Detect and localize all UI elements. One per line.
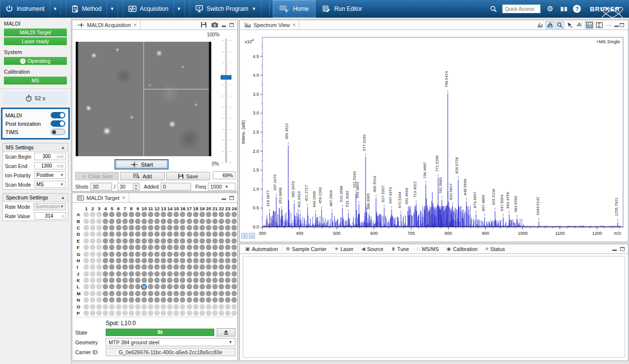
well-E3[interactable] [96,238,102,244]
well-D14[interactable] [167,231,173,237]
well-F7[interactable] [122,244,128,251]
well-D20[interactable] [205,231,212,237]
well-M16[interactable] [179,290,186,297]
well-L7[interactable] [122,283,128,290]
well-B13[interactable] [160,218,167,224]
well-A2[interactable] [89,211,96,218]
well-I3[interactable] [96,264,102,270]
switch-program-menu[interactable]: Switch Program ▼ [190,0,261,18]
well-J1[interactable] [83,271,89,277]
well-L2[interactable] [89,283,96,290]
well-O5[interactable] [109,303,115,309]
well-L20[interactable] [205,283,212,290]
tab-home[interactable]: Home [273,0,315,18]
well-A3[interactable] [96,211,102,218]
well-H4[interactable] [102,257,109,264]
geometry-select[interactable]: MTP 384 ground steel ▼ [106,338,235,346]
scan-mode-select[interactable]: MS▼ [34,181,66,188]
well-D22[interactable] [218,231,225,237]
well-H8[interactable] [128,257,135,264]
well-C15[interactable] [173,224,179,231]
well-K6[interactable] [115,277,121,283]
well-P2[interactable] [89,310,96,316]
well-C9[interactable] [135,224,141,231]
well-M18[interactable] [193,290,199,297]
well-H18[interactable] [193,257,199,264]
well-B15[interactable] [173,218,179,224]
well-K20[interactable] [205,277,212,283]
well-H14[interactable] [167,257,173,264]
well-O24[interactable] [231,303,237,309]
well-L24[interactable] [231,283,237,290]
well-O6[interactable] [115,303,121,309]
well-C2[interactable] [89,224,96,231]
well-J4[interactable] [102,271,109,277]
well-L9[interactable] [135,283,141,290]
well-G13[interactable] [160,251,167,257]
maldi-toggle[interactable] [51,112,65,118]
well-D18[interactable] [193,231,199,237]
well-J13[interactable] [160,271,167,277]
instrument-menu-caret[interactable]: ▼ [50,0,60,18]
well-K15[interactable] [173,277,179,283]
well-A4[interactable] [102,211,109,218]
acquisition-menu[interactable]: Acquisition [123,0,173,18]
well-P24[interactable] [231,310,237,316]
well-B3[interactable] [96,218,102,224]
well-M24[interactable] [231,290,237,297]
well-J24[interactable] [231,271,237,277]
well-P1[interactable] [83,310,89,316]
well-L17[interactable] [186,283,193,290]
spectrum-view-tab[interactable]: Spectrum View ✕ [242,20,299,30]
well-A6[interactable] [115,211,121,218]
well-B12[interactable] [154,218,160,224]
well-M21[interactable] [212,290,218,297]
well-O9[interactable] [135,303,141,309]
well-L1[interactable] [83,283,89,290]
well-K5[interactable] [109,277,115,283]
well-G7[interactable] [122,251,128,257]
well-E11[interactable] [147,238,154,244]
well-M12[interactable] [154,290,160,297]
well-K17[interactable] [186,277,193,283]
well-D2[interactable] [89,231,96,237]
well-C5[interactable] [109,224,115,231]
well-L21[interactable] [212,283,218,290]
well-P9[interactable] [135,310,141,316]
well-C1[interactable] [83,224,89,231]
well-O20[interactable] [205,303,212,309]
minimize-icon[interactable] [614,26,619,27]
well-H6[interactable] [115,257,121,264]
well-L14[interactable] [167,283,173,290]
well-M17[interactable] [186,290,193,297]
well-K16[interactable] [179,277,186,283]
laser-power-value[interactable]: 69% [213,171,235,179]
well-B22[interactable] [218,218,225,224]
well-D11[interactable] [147,231,154,237]
well-L5[interactable] [109,283,115,290]
well-F21[interactable] [212,244,218,251]
well-I6[interactable] [115,264,121,270]
well-K2[interactable] [89,277,96,283]
start-button[interactable]: Start [114,159,169,169]
well-B9[interactable] [135,218,141,224]
well-I20[interactable] [205,264,212,270]
well-H23[interactable] [225,257,231,264]
well-E20[interactable] [205,238,212,244]
stepper-arrows[interactable]: ▲▼ [133,183,139,190]
well-P5[interactable] [109,310,115,316]
well-K8[interactable] [128,277,135,283]
well-E10[interactable] [141,238,147,244]
well-F2[interactable] [89,244,96,251]
well-E22[interactable] [218,238,225,244]
collapse-arrow-icon[interactable]: ▲ [61,196,65,200]
well-M13[interactable] [160,290,167,297]
well-N17[interactable] [186,297,193,303]
well-G8[interactable] [128,251,135,257]
well-E12[interactable] [154,238,160,244]
well-O12[interactable] [154,303,160,309]
well-I22[interactable] [218,264,225,270]
well-O2[interactable] [89,303,96,309]
more-tools-icon[interactable]: ··· [604,21,613,29]
well-K12[interactable] [154,277,160,283]
